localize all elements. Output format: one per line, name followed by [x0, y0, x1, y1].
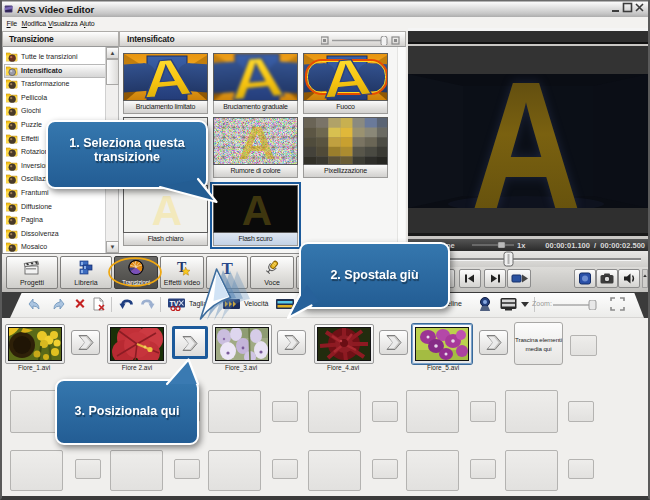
svg-text:A: A [470, 74, 582, 208]
svg-text:A: A [320, 54, 374, 101]
svg-text:A: A [238, 118, 275, 165]
svg-text:A: A [242, 187, 272, 233]
svg-text:A: A [152, 187, 182, 233]
svg-text:A: A [140, 54, 194, 101]
svg-text:TV: TV [170, 300, 179, 307]
svg-text:T: T [222, 259, 234, 276]
svg-text:A: A [227, 53, 287, 101]
